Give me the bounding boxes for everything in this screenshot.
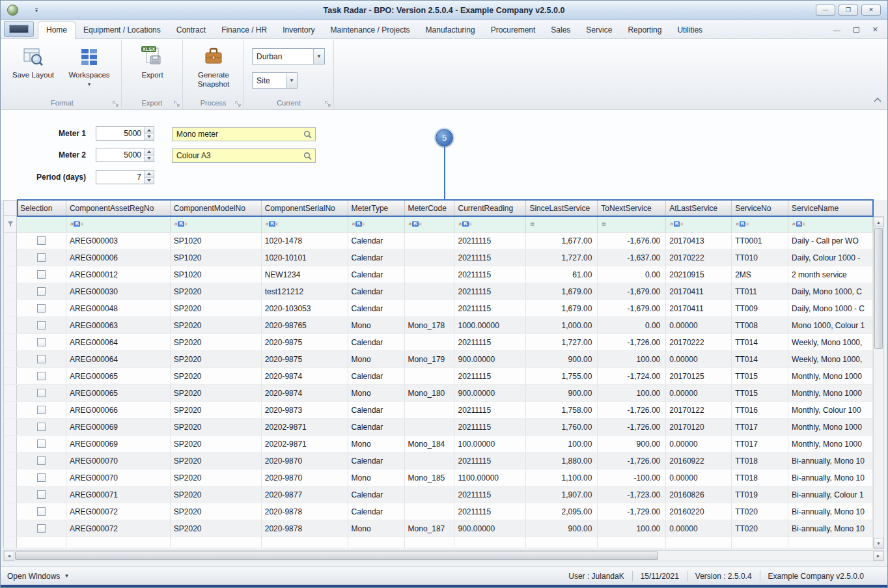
- cell-componentserialno[interactable]: 2020-9875: [262, 334, 348, 350]
- cell-componentassetregno[interactable]: AREG000006: [66, 249, 171, 266]
- cell-componentmodelno[interactable]: SP2020: [171, 334, 262, 350]
- cell-componentserialno[interactable]: 20202-9871: [262, 436, 348, 452]
- cell-servicename[interactable]: Daily, Mono 1000 - C: [788, 300, 873, 316]
- mdi-restore-icon[interactable]: [853, 27, 859, 33]
- tab-finance-hr[interactable]: Finance / HR: [214, 22, 275, 38]
- cell-metertype[interactable]: Calendar: [348, 503, 405, 520]
- row-select-checkbox[interactable]: [37, 507, 46, 516]
- cell-tonextservice[interactable]: -1,729.00: [598, 503, 666, 520]
- period-spinner[interactable]: 7: [96, 170, 154, 184]
- cell-servicename[interactable]: Bi-annually, Mono 10: [788, 453, 873, 469]
- cell-tonextservice[interactable]: 900.00: [598, 436, 666, 452]
- table-row[interactable]: AREG000066SP20202020-9873Calendar2021111…: [4, 402, 873, 419]
- cell-currentreading[interactable]: 900.00000: [454, 520, 526, 537]
- cell-metercode[interactable]: Mono_179: [405, 351, 455, 367]
- row-select-checkbox[interactable]: [37, 456, 46, 465]
- cell-componentassetregno[interactable]: AREG000070: [66, 453, 171, 469]
- cell-metertype[interactable]: Calendar: [348, 368, 405, 384]
- column-header-atlastservice[interactable]: AtLastService: [666, 201, 732, 216]
- cell-metertype[interactable]: Calendar: [348, 300, 405, 316]
- cell-serviceno[interactable]: TT019: [732, 486, 788, 503]
- cell-atlastservice[interactable]: 20170222: [666, 334, 732, 350]
- generate-snapshot-button[interactable]: Generate Snapshot: [189, 42, 238, 89]
- filter-cell-atlastservice[interactable]: aBc: [666, 216, 732, 232]
- tab-procurement[interactable]: Procurement: [483, 22, 544, 38]
- cell-currentreading[interactable]: 20211115: [454, 402, 526, 418]
- table-row[interactable]: AREG000003SP10201020-1478Calendar2021111…: [4, 232, 873, 249]
- scroll-down-icon[interactable]: ▼: [874, 538, 883, 548]
- column-header-servicename[interactable]: ServiceName: [788, 201, 873, 216]
- meter2-spinner[interactable]: 5000: [96, 148, 154, 162]
- cell-componentserialno[interactable]: 2020-9877: [262, 486, 348, 503]
- filter-cell-componentmodelno[interactable]: aBc: [171, 216, 262, 232]
- table-row[interactable]: AREG000063SP20202020-98765MonoMono_17810…: [4, 317, 873, 334]
- cell-serviceno[interactable]: TT008: [732, 317, 788, 333]
- filter-cell-tonextservice[interactable]: =: [598, 216, 666, 232]
- cell-sincelastservice[interactable]: 1,758.00: [526, 402, 598, 418]
- cell-servicename[interactable]: Bi-annually, Colour 1: [788, 486, 873, 503]
- cell-servicename[interactable]: Monthly, Mono 1000: [788, 436, 873, 452]
- cell-metertype[interactable]: Calendar: [348, 334, 405, 350]
- cell-metercode[interactable]: [405, 486, 455, 503]
- column-header-currentreading[interactable]: CurrentReading: [454, 201, 526, 216]
- cell-metertype[interactable]: Mono: [348, 317, 405, 333]
- cell-componentassetregno[interactable]: AREG000066: [66, 402, 171, 418]
- current-branch-combobox[interactable]: Durban ▼: [252, 48, 325, 64]
- tab-manufacturing[interactable]: Manufacturing: [418, 22, 483, 38]
- cell-metercode[interactable]: Mono_180: [405, 385, 455, 401]
- filter-cell-serviceno[interactable]: aBc: [732, 216, 788, 232]
- cell-currentreading[interactable]: 20211115: [454, 283, 526, 300]
- cell-atlastservice[interactable]: 0.00000: [666, 351, 732, 367]
- row-select-checkbox[interactable]: [37, 236, 46, 245]
- cell-serviceno[interactable]: TT014: [732, 334, 788, 350]
- cell-servicename[interactable]: Bi-annually, Mono 10: [788, 520, 873, 537]
- cell-servicename[interactable]: 2 month service: [788, 266, 873, 283]
- cell-servicename[interactable]: Monthly, Mono 1000: [788, 419, 873, 435]
- cell-currentreading[interactable]: 20211115: [454, 486, 526, 503]
- horizontal-scroll-thumb[interactable]: [15, 552, 658, 560]
- vertical-scroll-thumb[interactable]: [874, 228, 883, 349]
- cell-servicename[interactable]: Weekly, Mono 1000,: [788, 351, 873, 367]
- workspaces-button[interactable]: Workspaces ▾: [64, 42, 114, 86]
- row-select-checkbox[interactable]: [37, 440, 46, 448]
- cell-sincelastservice[interactable]: 1,727.00: [526, 334, 598, 350]
- horizontal-scrollbar[interactable]: ◄ ►: [3, 550, 884, 561]
- application-menu-button[interactable]: [4, 21, 34, 37]
- cell-componentmodelno[interactable]: SP1020: [171, 249, 262, 266]
- cell-servicename[interactable]: Mono 1000, Colour 1: [788, 317, 873, 333]
- cell-componentassetregno[interactable]: AREG000065: [66, 385, 171, 401]
- cell-componentassetregno[interactable]: AREG000048: [66, 300, 171, 316]
- cell-currentreading[interactable]: 900.00000: [454, 351, 526, 367]
- cell-metercode[interactable]: [405, 334, 455, 350]
- cell-tonextservice[interactable]: -1,726.00: [598, 402, 666, 418]
- cell-metercode[interactable]: [405, 402, 455, 418]
- cell-metertype[interactable]: Calendar: [348, 266, 405, 283]
- cell-componentmodelno[interactable]: SP2020: [171, 520, 262, 537]
- cell-serviceno[interactable]: 2MS: [732, 266, 788, 283]
- cell-sincelastservice[interactable]: 900.00: [526, 520, 598, 537]
- cell-componentmodelno[interactable]: SP2020: [171, 402, 262, 418]
- cell-componentserialno[interactable]: NEW1234: [262, 266, 348, 283]
- table-row[interactable]: AREG000064SP20202020-9875Calendar2021111…: [4, 334, 873, 351]
- cell-atlastservice[interactable]: 20160922: [666, 453, 732, 469]
- cell-componentmodelno[interactable]: SP2020: [171, 385, 262, 401]
- cell-componentmodelno[interactable]: SP2020: [171, 317, 262, 333]
- meter1-spinner[interactable]: 5000: [96, 126, 154, 141]
- cell-serviceno[interactable]: TT009: [732, 300, 788, 316]
- minimize-button[interactable]: —: [816, 5, 835, 16]
- cell-componentassetregno[interactable]: AREG000064: [66, 351, 171, 367]
- cell-serviceno[interactable]: TT018: [732, 469, 788, 486]
- cell-servicename[interactable]: Monthly, Colour 100: [788, 402, 873, 418]
- mdi-close-icon[interactable]: ✕: [872, 25, 878, 34]
- filter-cell-componentserialno[interactable]: aBc: [262, 216, 348, 232]
- process-dialog-launcher-icon[interactable]: [235, 100, 242, 107]
- cell-componentassetregno[interactable]: AREG000072: [66, 520, 171, 537]
- cell-metercode[interactable]: [405, 283, 455, 300]
- cell-atlastservice[interactable]: 20170411: [666, 300, 732, 316]
- format-dialog-launcher-icon[interactable]: [113, 100, 119, 107]
- maximize-button[interactable]: ❐: [839, 5, 858, 16]
- tab-home[interactable]: Home: [38, 21, 76, 39]
- spin-down-icon[interactable]: [145, 178, 154, 184]
- cell-metertype[interactable]: Calendar: [348, 419, 405, 435]
- cell-atlastservice[interactable]: 0.00000: [666, 385, 732, 401]
